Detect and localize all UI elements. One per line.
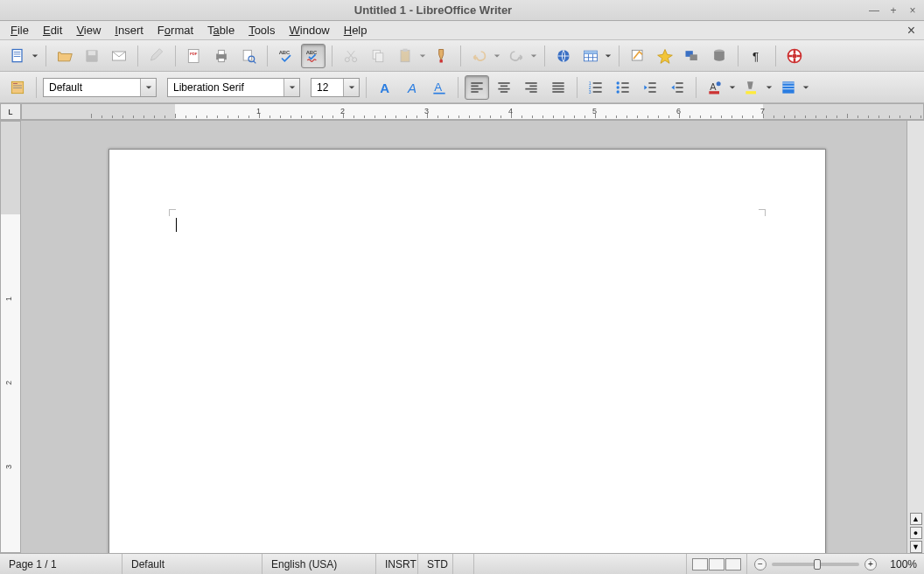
email-button[interactable] (107, 44, 131, 68)
font-name-combo[interactable]: Liberation Serif (167, 78, 300, 97)
background-color-dropdown[interactable] (802, 84, 810, 91)
undo-dropdown[interactable] (493, 52, 501, 60)
paste-dropdown[interactable] (418, 52, 427, 60)
separator (267, 46, 268, 66)
nonprinting-characters-button[interactable]: ¶ (745, 44, 769, 68)
align-center-button[interactable] (492, 75, 516, 100)
highlight-button[interactable] (739, 75, 764, 100)
status-insert-mode[interactable]: INSRT (376, 554, 418, 574)
underline-button[interactable]: A (427, 75, 452, 100)
print-button[interactable] (209, 44, 234, 68)
navigator-button[interactable] (653, 44, 677, 68)
font-size-dropdown[interactable] (343, 79, 359, 96)
window-title: Untitled 1 - LibreOffice Writer (5, 4, 861, 17)
italic-button[interactable]: A (400, 75, 424, 100)
numbered-list-button[interactable]: 123 (584, 75, 608, 100)
data-sources-button[interactable] (707, 44, 732, 68)
format-paintbrush-button[interactable] (430, 44, 454, 68)
increase-indent-button[interactable] (665, 75, 690, 100)
zoom-slider[interactable] (772, 563, 859, 566)
paragraph-style-combo[interactable]: Default (43, 78, 157, 97)
previous-page-button[interactable]: ▲ (910, 513, 922, 525)
menu-insert[interactable]: Insert (108, 22, 150, 38)
font-size-combo[interactable]: 12 (311, 78, 360, 97)
svg-point-68 (617, 81, 620, 84)
redo-dropdown[interactable] (529, 52, 538, 60)
font-color-button[interactable]: A (703, 75, 727, 100)
svg-point-37 (793, 53, 797, 58)
save-button[interactable] (80, 44, 104, 68)
align-left-button[interactable] (465, 75, 489, 100)
status-signature[interactable] (453, 554, 474, 574)
font-color-dropdown[interactable] (728, 84, 737, 91)
align-justify-button[interactable] (546, 75, 570, 100)
menu-edit[interactable]: Edit (36, 22, 69, 38)
menu-format[interactable]: Format (150, 22, 200, 38)
document-page[interactable] (108, 149, 826, 553)
styles-formatting-button[interactable] (5, 75, 30, 100)
copy-button[interactable] (366, 44, 390, 68)
next-page-button[interactable]: ▼ (910, 541, 922, 553)
single-page-view-button[interactable] (692, 558, 708, 570)
document-area[interactable] (21, 121, 906, 553)
zoom-percent[interactable]: 100% (882, 558, 917, 570)
menu-tools[interactable]: Tools (242, 22, 282, 38)
print-preview-button[interactable] (236, 44, 261, 68)
hyperlink-button[interactable] (551, 44, 576, 68)
new-document-button[interactable] (5, 44, 30, 68)
separator (775, 46, 776, 66)
paste-button[interactable] (393, 44, 417, 68)
close-window-button[interactable]: × (906, 4, 919, 17)
gallery-button[interactable] (680, 44, 704, 68)
maximize-button[interactable]: + (887, 4, 900, 17)
menu-view[interactable]: View (69, 22, 108, 38)
redo-button[interactable] (504, 44, 528, 68)
horizontal-ruler[interactable]: 1234567 (21, 103, 924, 120)
book-view-button[interactable] (725, 558, 741, 570)
new-document-dropdown[interactable] (31, 52, 39, 60)
view-layout-buttons (687, 554, 747, 574)
status-page[interactable]: Page 1 / 1 (0, 554, 122, 574)
menu-window[interactable]: Window (283, 22, 337, 38)
font-name-dropdown[interactable] (284, 79, 299, 96)
help-button[interactable] (782, 44, 807, 68)
open-button[interactable] (52, 44, 77, 68)
background-color-button[interactable] (776, 75, 801, 100)
svg-rect-39 (13, 83, 18, 84)
zoom-slider-thumb[interactable] (814, 559, 821, 570)
highlight-dropdown[interactable] (765, 84, 774, 91)
decrease-indent-button[interactable] (638, 75, 662, 100)
svg-rect-20 (376, 52, 383, 61)
spellcheck-button[interactable]: ABC (274, 44, 298, 68)
undo-button[interactable] (467, 44, 492, 68)
svg-rect-22 (403, 48, 408, 51)
close-document-button[interactable]: × (902, 23, 920, 38)
zoom-out-button[interactable]: − (754, 558, 766, 570)
menu-help[interactable]: Help (337, 22, 374, 38)
separator (36, 77, 37, 98)
show-draw-functions-button[interactable] (626, 44, 650, 68)
insert-table-dropdown[interactable] (604, 52, 612, 60)
edit-file-button[interactable] (144, 44, 169, 68)
menu-table[interactable]: Table (200, 22, 242, 38)
svg-rect-30 (584, 51, 598, 53)
status-language[interactable]: English (USA) (262, 554, 376, 574)
vertical-ruler[interactable]: 123 (0, 121, 21, 553)
status-style[interactable]: Default (122, 554, 262, 574)
cut-button[interactable] (339, 44, 363, 68)
menu-file[interactable]: File (4, 22, 36, 38)
status-selection-mode[interactable]: STD (418, 554, 453, 574)
multi-page-view-button[interactable] (709, 558, 724, 570)
bold-button[interactable]: A (373, 75, 397, 100)
insert-table-button[interactable] (578, 44, 603, 68)
navigation-button[interactable]: ● (910, 527, 922, 539)
export-pdf-button[interactable]: PDF (182, 44, 206, 68)
bullet-list-button[interactable] (611, 75, 635, 100)
paragraph-style-dropdown[interactable] (140, 79, 156, 96)
svg-rect-3 (14, 56, 20, 57)
separator (577, 77, 578, 98)
align-right-button[interactable] (519, 75, 543, 100)
auto-spellcheck-button[interactable]: ABC (301, 44, 326, 68)
zoom-in-button[interactable]: + (864, 558, 877, 570)
minimize-button[interactable]: — (868, 4, 880, 17)
